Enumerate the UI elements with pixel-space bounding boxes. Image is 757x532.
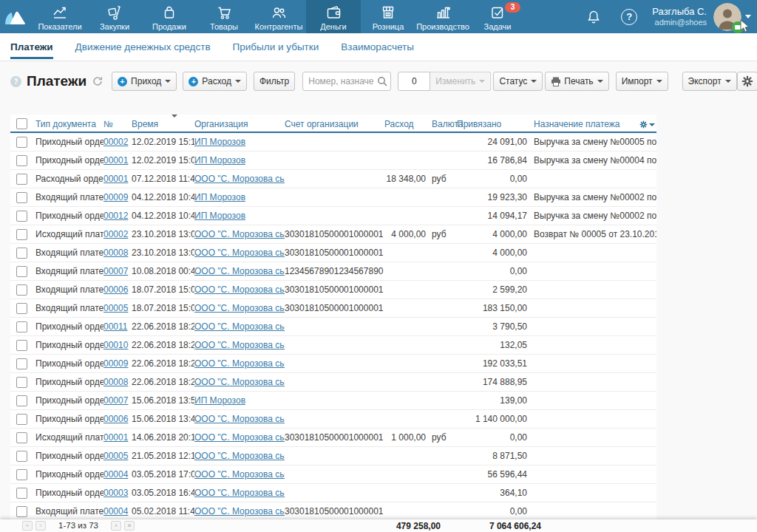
print-button[interactable]: Печать — [545, 72, 608, 91]
organization-link[interactable]: ИП Морозов — [194, 155, 245, 166]
organization-link[interactable]: ООО "С. Морозова сын и ... — [194, 488, 285, 498]
table-row[interactable]: Входящий платеж0000710.08.2018 00:42ООО … — [10, 262, 656, 281]
organization-link[interactable]: ООО "С. Морозова сын и ... — [194, 321, 285, 332]
organization-link[interactable]: ООО "С. Морозова сын и ... — [194, 377, 285, 387]
row-checkbox[interactable] — [16, 137, 27, 148]
row-checkbox[interactable] — [16, 488, 27, 499]
column-header-time[interactable]: Время — [132, 115, 194, 132]
columns-gear-button[interactable] — [639, 120, 655, 129]
filter-button[interactable]: Фильтр — [254, 72, 295, 91]
doc-number-link[interactable]: 00002 — [103, 229, 128, 239]
organization-link[interactable]: ООО "С. Морозова сын и ... — [194, 506, 285, 516]
doc-number-link[interactable]: 00004 — [103, 469, 128, 480]
table-row[interactable]: Приходный ордер0000112.02.2019 15:05ИП М… — [10, 151, 656, 170]
column-header-organization[interactable]: Организация — [194, 115, 285, 132]
notifications-bell-icon[interactable] — [581, 9, 606, 25]
row-checkbox[interactable] — [16, 192, 27, 203]
status-button[interactable]: Статус — [493, 72, 543, 91]
table-row[interactable]: Приходный ордер0000615.06.2018 13:45ООО … — [10, 410, 656, 429]
table-row[interactable]: Приходный ордер0000303.05.2018 16:48ООО … — [10, 484, 656, 502]
select-all-checkbox[interactable] — [16, 118, 27, 129]
organization-link[interactable]: ООО "С. Морозова сын и ... — [194, 248, 285, 258]
row-checkbox[interactable] — [16, 469, 27, 480]
pagination-first[interactable]: « — [22, 521, 33, 531]
doc-number-link[interactable]: 00008 — [103, 248, 128, 258]
row-checkbox[interactable] — [16, 284, 27, 296]
table-row[interactable]: Приходный ордер0000212.02.2019 15:15ИП М… — [10, 132, 656, 151]
doc-number-link[interactable]: 00001 — [103, 432, 128, 443]
row-checkbox[interactable] — [16, 340, 27, 351]
nav-item-counterparties[interactable]: Контрагенты — [251, 0, 306, 33]
tab-cash-flow[interactable]: Движение денежных средств — [75, 33, 211, 61]
nav-item-tasks[interactable]: Задачи 3 — [470, 0, 525, 33]
doc-number-link[interactable]: 00002 — [103, 137, 128, 147]
context-help-icon[interactable]: ? — [10, 76, 21, 87]
organization-link[interactable]: ООО "С. Морозова сын и ... — [194, 303, 285, 313]
organization-link[interactable]: ИП Морозов — [194, 395, 245, 406]
pagination-prev[interactable]: ‹ — [35, 521, 46, 531]
table-row[interactable]: Входящий платеж0000618.07.2018 15:08ООО … — [10, 281, 656, 299]
table-row[interactable]: Входящий платеж0000405.02.2018 11:42ООО … — [10, 502, 656, 521]
column-header-account[interactable]: Счет организации — [285, 115, 384, 132]
doc-number-link[interactable]: 00003 — [103, 488, 128, 498]
row-checkbox[interactable] — [16, 395, 27, 406]
doc-number-link[interactable]: 00001 — [103, 174, 128, 184]
row-checkbox[interactable] — [16, 506, 27, 517]
doc-number-link[interactable]: 00001 — [103, 155, 128, 166]
table-row[interactable]: Приходный ордер0001204.12.2018 10:40ИП М… — [10, 207, 656, 225]
user-menu[interactable]: Разглыба С. admin@shoes — [652, 6, 707, 28]
row-checkbox[interactable] — [16, 414, 27, 425]
organization-link[interactable]: ООО "С. Морозова сын и ... — [194, 284, 285, 295]
nav-item-dashboard[interactable]: Показатели — [33, 0, 87, 33]
expense-button[interactable]: + Расход — [183, 72, 247, 91]
doc-number-link[interactable]: 00005 — [103, 303, 128, 313]
doc-number-link[interactable]: 00005 — [103, 451, 128, 461]
table-row[interactable]: Приходный ордер0001122.06.2018 18:23ООО … — [10, 318, 656, 336]
row-checkbox[interactable] — [16, 155, 27, 166]
doc-number-link[interactable]: 00006 — [103, 414, 128, 424]
row-checkbox[interactable] — [16, 377, 27, 388]
row-checkbox[interactable] — [16, 211, 27, 222]
export-button[interactable]: Экспорт — [682, 72, 737, 91]
doc-number-link[interactable]: 00010 — [103, 340, 128, 350]
table-row[interactable]: Входящий платеж0000518.07.2018 15:06ООО … — [10, 299, 656, 318]
table-row[interactable]: Расходный ордер0000107.12.2018 11:45ООО … — [10, 170, 656, 188]
nav-item-retail[interactable]: Розница — [361, 0, 415, 33]
nav-item-sales[interactable]: Продажи — [142, 0, 197, 33]
row-checkbox[interactable] — [16, 229, 27, 240]
doc-number-link[interactable]: 00007 — [103, 266, 128, 276]
app-logo[interactable] — [0, 0, 33, 33]
table-row[interactable]: Исходящий платеж0000114.06.2018 20:12ООО… — [10, 429, 656, 447]
row-checkbox[interactable] — [16, 451, 27, 462]
row-checkbox[interactable] — [16, 248, 27, 259]
column-header-currency[interactable]: Валюта — [430, 115, 457, 132]
nav-item-money[interactable]: Деньги — [306, 0, 361, 33]
import-button[interactable]: Импорт — [616, 72, 668, 91]
table-row[interactable]: Входящий платеж0000823.10.2018 13:06ООО … — [10, 244, 656, 262]
doc-number-link[interactable]: 00012 — [103, 211, 128, 221]
tab-payments[interactable]: Платежи — [10, 33, 53, 61]
avatar[interactable] — [713, 3, 741, 31]
table-row[interactable]: Приходный ордер0000822.06.2018 18:23ООО … — [10, 373, 656, 392]
doc-number-link[interactable]: 00011 — [103, 321, 127, 332]
organization-link[interactable]: ООО "С. Морозова сын и ... — [194, 340, 285, 350]
row-checkbox[interactable] — [16, 321, 27, 332]
row-checkbox[interactable] — [16, 432, 27, 443]
refresh-icon[interactable] — [92, 76, 103, 86]
doc-number-link[interactable]: 00007 — [103, 395, 128, 406]
organization-link[interactable]: ООО "С. Морозова сын и ... — [194, 229, 285, 239]
organization-link[interactable]: ИП Морозов — [194, 192, 245, 202]
table-row[interactable]: Входящий платеж0000904.12.2018 10:40ИП М… — [10, 188, 656, 207]
organization-link[interactable]: ИП Морозов — [194, 211, 245, 221]
doc-number-link[interactable]: 00008 — [103, 377, 128, 387]
table-row[interactable]: Приходный ордер0000922.06.2018 18:23ООО … — [10, 355, 656, 373]
nav-item-production[interactable]: Производство — [415, 0, 470, 33]
doc-number-link[interactable]: 00009 — [103, 192, 128, 202]
column-header-expense[interactable]: Расход — [384, 115, 430, 132]
pagination-last[interactable]: » — [124, 521, 135, 531]
table-row[interactable]: Приходный ордер0000521.05.2018 12:15ООО … — [10, 447, 656, 466]
organization-link[interactable]: ООО "С. Морозова сын и ... — [194, 414, 285, 424]
organization-link[interactable]: ИП Морозов — [194, 137, 245, 147]
edit-button[interactable]: Изменить — [430, 72, 491, 91]
column-header-linked[interactable]: Привязано — [457, 115, 530, 132]
